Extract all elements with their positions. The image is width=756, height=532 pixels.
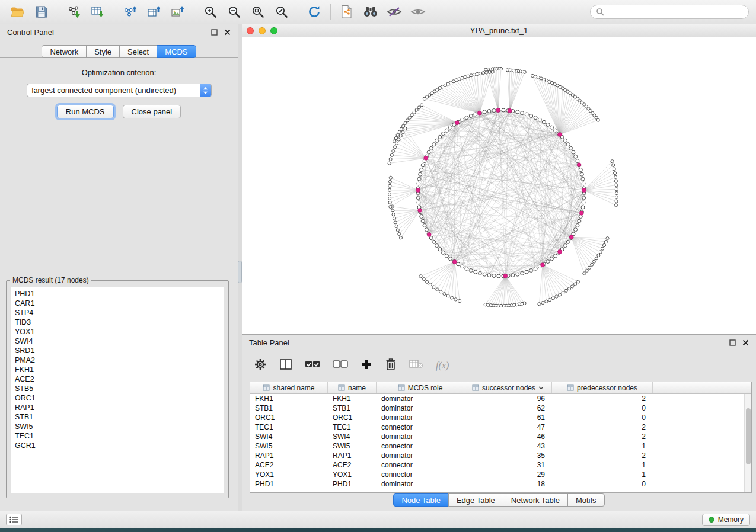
tab-network[interactable]: Network [42, 45, 87, 58]
cell-name[interactable]: SWI5 [328, 442, 377, 450]
table-row[interactable]: ACE2ACE2connector311 [250, 460, 744, 470]
table-row[interactable]: YOX1YOX1connector291 [250, 470, 744, 479]
cell-shared[interactable]: PHD1 [250, 480, 328, 488]
mcds-result-item[interactable]: TEC1 [15, 431, 224, 441]
mcds-result-item[interactable]: ORC1 [15, 393, 224, 403]
cell-role[interactable]: dominator [377, 414, 464, 422]
export-image-button[interactable] [167, 3, 189, 21]
delete-column-button[interactable] [385, 358, 397, 373]
mcds-result-item[interactable]: RAP1 [15, 403, 224, 412]
mcds-result-item[interactable]: PMA2 [15, 355, 224, 365]
mcds-result-item[interactable]: STB1 [15, 412, 224, 422]
cell-pred[interactable]: 0 [552, 480, 653, 488]
table-scrollbar[interactable] [744, 394, 751, 492]
table-row[interactable]: RAP1RAP1dominator352 [250, 451, 744, 460]
table-scrollbar-thumb[interactable] [746, 408, 751, 464]
tab-network-table[interactable]: Network Table [503, 493, 568, 507]
cell-name[interactable]: ACE2 [328, 461, 377, 469]
mcds-result-item[interactable]: SWI4 [15, 336, 224, 346]
table-row[interactable]: TEC1TEC1connector472 [250, 422, 744, 432]
cell-role[interactable]: connector [377, 461, 464, 469]
network-graph[interactable] [242, 37, 756, 334]
mcds-result-item[interactable]: YOX1 [15, 327, 224, 336]
search-input[interactable] [608, 8, 743, 16]
cell-succ[interactable]: 43 [464, 442, 552, 450]
table-row[interactable]: SWI5SWI5connector431 [250, 441, 744, 451]
export-table-button[interactable] [143, 3, 165, 21]
cell-shared[interactable]: YOX1 [250, 470, 328, 479]
mcds-result-list[interactable]: PHD1CAR1STP4TID3YOX1SWI4SRD1PMA2FKH1ACE2… [11, 287, 224, 493]
import-network-button[interactable] [63, 3, 85, 21]
mcds-result-item[interactable]: STB5 [15, 384, 224, 393]
cell-succ[interactable]: 31 [464, 461, 552, 469]
table-row[interactable]: STB1STB1dominator620 [250, 403, 744, 413]
cell-role[interactable]: connector [377, 470, 464, 479]
run-mcds-button[interactable]: Run MCDS [57, 105, 114, 118]
cell-role[interactable]: connector [377, 442, 464, 450]
cell-role[interactable]: dominator [377, 404, 464, 412]
cell-pred[interactable]: 1 [552, 461, 653, 469]
cell-shared[interactable]: TEC1 [250, 423, 328, 431]
cell-succ[interactable]: 35 [464, 451, 552, 460]
mcds-result-item[interactable]: ACE2 [15, 374, 224, 384]
open-file-button[interactable] [7, 3, 28, 21]
cell-pred[interactable]: 0 [552, 404, 653, 412]
cell-role[interactable]: dominator [377, 451, 464, 460]
task-history-button[interactable] [6, 514, 22, 525]
zoom-fit-button[interactable] [247, 3, 269, 21]
tab-select[interactable]: Select [119, 45, 157, 58]
mcds-result-item[interactable]: PHD1 [15, 289, 224, 299]
float-panel-icon[interactable] [729, 339, 736, 346]
cell-pred[interactable]: 0 [552, 414, 653, 422]
cell-succ[interactable]: 62 [464, 404, 552, 412]
table-row[interactable]: ORC1ORC1dominator610 [250, 413, 744, 422]
column-header-mcds-role[interactable]: MCDS role [377, 382, 464, 393]
cell-succ[interactable]: 96 [464, 395, 552, 403]
table-row[interactable]: SWI4SWI4dominator462 [250, 432, 744, 441]
cell-shared[interactable]: SWI5 [250, 442, 328, 450]
cell-succ[interactable]: 29 [464, 470, 552, 479]
cell-shared[interactable]: RAP1 [250, 451, 328, 460]
cell-role[interactable]: dominator [377, 432, 464, 441]
mcds-result-item[interactable]: GCR1 [15, 441, 224, 450]
mcds-result-item[interactable]: CAR1 [15, 299, 224, 308]
cell-role[interactable]: dominator [377, 480, 464, 488]
cell-pred[interactable]: 2 [552, 395, 653, 403]
cell-name[interactable]: ORC1 [328, 414, 377, 422]
column-header-successor-nodes[interactable]: successor nodes [464, 382, 552, 393]
mcds-result-item[interactable]: SRD1 [15, 346, 224, 355]
cell-shared[interactable]: FKH1 [250, 395, 328, 403]
zoom-selected-button[interactable] [271, 3, 292, 21]
close-panel-button[interactable]: Close panel [123, 105, 181, 118]
table-row[interactable]: PHD1PHD1dominator180 [250, 479, 744, 489]
cell-shared[interactable]: ACE2 [250, 461, 328, 469]
cell-shared[interactable]: STB1 [250, 404, 328, 412]
network-search-field[interactable] [590, 5, 749, 19]
network-canvas[interactable] [242, 37, 756, 334]
cell-name[interactable]: FKH1 [328, 395, 377, 403]
cell-name[interactable]: TEC1 [328, 423, 377, 431]
search-binoculars-button[interactable] [360, 3, 381, 21]
add-column-button[interactable] [361, 358, 372, 373]
import-table-button[interactable] [87, 3, 109, 21]
cell-pred[interactable]: 2 [552, 432, 653, 441]
close-panel-icon[interactable] [742, 339, 749, 346]
table-row[interactable]: FKH1FKH1dominator962 [250, 394, 744, 403]
select-all-button[interactable] [305, 359, 320, 372]
column-header-predecessor-nodes[interactable]: predecessor nodes [552, 382, 653, 393]
export-network-button[interactable] [120, 3, 141, 21]
splitter-handle[interactable] [238, 261, 242, 283]
cell-role[interactable]: connector [377, 423, 464, 431]
mcds-result-item[interactable]: TID3 [15, 318, 224, 327]
tab-edge-table[interactable]: Edge Table [448, 493, 503, 507]
cell-succ[interactable]: 46 [464, 432, 552, 441]
cell-role[interactable]: dominator [377, 395, 464, 403]
cell-succ[interactable]: 18 [464, 480, 552, 488]
tab-motifs[interactable]: Motifs [567, 493, 605, 507]
close-panel-icon[interactable] [224, 29, 231, 36]
criterion-select[interactable]: largest connected component (undirected) [27, 84, 212, 97]
cell-shared[interactable]: ORC1 [250, 414, 328, 422]
cell-pred[interactable]: 1 [552, 442, 653, 450]
cell-pred[interactable]: 2 [552, 423, 653, 431]
column-header-name[interactable]: name [328, 382, 377, 393]
